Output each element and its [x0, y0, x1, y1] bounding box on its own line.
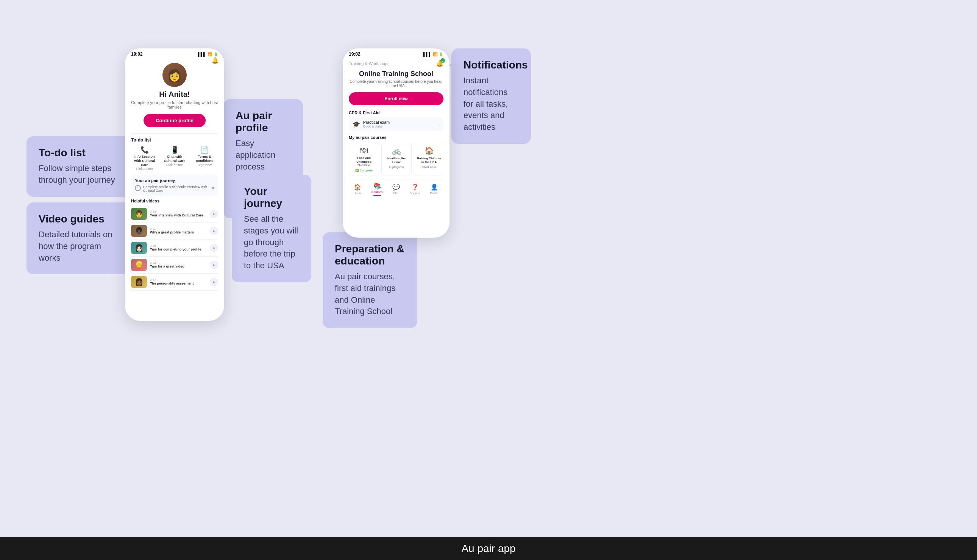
nav-active-indicator: [373, 195, 381, 196]
course-card-health[interactable]: 🚲 Health in the Home In progress: [381, 143, 412, 176]
nav-home[interactable]: 🏠 Home: [354, 183, 362, 195]
your-journey-desc: See all the stages you will go through b…: [244, 213, 299, 272]
cpr-section-title: CPR & First Aid: [349, 110, 443, 115]
nav-support[interactable]: ❓ Support: [410, 183, 420, 195]
video-info-5: 0:47 The personality assesment: [150, 278, 207, 286]
training-title: Online Training School: [349, 70, 443, 78]
phone2-nav-bar: 🏠 Home 📚 Courses 💬 Chat ❓ Support 👤 Prof…: [349, 179, 443, 198]
raising-status[interactable]: Start now: [417, 165, 441, 169]
nav-chat[interactable]: 💬 Chat: [392, 183, 400, 195]
video-info-3: 0:29 Tips for completing your profile: [150, 244, 207, 252]
continue-profile-button[interactable]: Continue profile: [144, 114, 205, 127]
todo-list-title: To-do list: [38, 147, 120, 159]
courses-section: My au pair courses 🍽 Food and Childhood …: [349, 135, 443, 176]
nutrition-name: Food and Childhood Nutrition: [351, 156, 376, 167]
todo-item-info-session[interactable]: 📞 Info Session with Cultural Care Pick a…: [132, 146, 157, 171]
enroll-button[interactable]: Enroll now: [349, 92, 443, 105]
cpr-link[interactable]: Book a class: [363, 125, 390, 128]
video-thumb-1: 👨: [131, 208, 147, 220]
home-nav-icon: 🏠: [354, 183, 361, 191]
phone-1: 19:02 ▌▌▌ 📶 🔋 🔔 👩 Hi Anita! Complete you…: [125, 48, 224, 321]
cpr-item[interactable]: 🎓 Practical exam Book a class ›: [349, 117, 443, 131]
training-subtitle: Complete your training school courses be…: [349, 80, 443, 88]
phone1-journey-title: Your au pair journey: [135, 178, 214, 183]
video-title-2: Why a great profile matters: [150, 230, 207, 235]
video-thumb-4: 👱: [131, 259, 147, 271]
phone1-journey-item[interactable]: 1 Complete profile & schedule interview …: [135, 185, 214, 193]
video-item-5[interactable]: 👩🏾 0:47 The personality assesment ▶: [131, 273, 218, 291]
video-item-2[interactable]: 👨🏿 0:31 Why a great profile matters ▶: [131, 222, 218, 240]
phone1-videos-title: Helpful videos: [131, 198, 218, 203]
todo-item-terms[interactable]: 📄 Terms & conditions Sign now: [192, 146, 217, 171]
video-item-4[interactable]: 👱 0:32 Tips for a great video ▶: [131, 257, 218, 273]
cpr-section: CPR & First Aid 🎓 Practical exam Book a …: [349, 110, 443, 131]
phone2-training-content: Training & Workshops 🔔 2 Online Training…: [343, 60, 449, 198]
video-thumb-5: 👩🏾: [131, 276, 147, 288]
preparation-feature-box: Preparation & education Au pair courses,…: [322, 232, 417, 328]
video-duration-1: 0:35: [150, 210, 207, 213]
au-pair-profile-title: Au pair profile: [235, 110, 291, 134]
phone2-bell-container: 🔔 2: [436, 60, 443, 67]
nav-courses[interactable]: 📚 Courses: [371, 182, 383, 196]
nav-chat-label: Chat: [393, 192, 399, 195]
health-status: In progress: [384, 165, 409, 169]
info-session-icon: 📞: [132, 146, 157, 154]
video-duration-4: 0:32: [150, 261, 207, 265]
raising-icon: 🏠: [417, 146, 441, 155]
journey-item-text: Complete profile & schedule interview wi…: [143, 185, 209, 193]
preparation-desc: Au pair courses, first aid trainings and…: [335, 271, 405, 317]
video-info-1: 0:35 Your interview with Cultural Care: [150, 210, 207, 218]
video-duration-5: 0:47: [150, 278, 207, 282]
training-header-label: Training & Workshops: [349, 61, 390, 66]
phone1-status-bar: 19:02 ▌▌▌ 📶 🔋: [125, 48, 224, 60]
play-button-2[interactable]: ▶: [210, 227, 218, 235]
video-duration-3: 0:29: [150, 244, 207, 247]
phone1-avatar: 👩: [162, 63, 187, 87]
video-item-3[interactable]: 👩🏻 0:29 Tips for completing your profile…: [131, 240, 218, 257]
cpr-icon: 🎓: [352, 121, 360, 128]
phone2-status-bar: 19:02 ▌▌▌ 📶 🔋: [343, 48, 449, 60]
terms-sub: Sign now: [192, 163, 217, 167]
raising-name: Raising Children in the USA: [417, 157, 441, 164]
chat-label: Chat with Cultural Care: [162, 155, 187, 163]
video-thumb-2: 👨🏿: [131, 225, 147, 237]
video-title-1: Your interview with Cultural Care: [150, 213, 207, 218]
nutrition-icon: 🍽: [351, 146, 376, 155]
video-title-3: Tips for completing your profile: [150, 247, 207, 252]
app-title: Au pair app: [461, 543, 515, 555]
expand-chevron-icon[interactable]: ▾: [212, 185, 214, 191]
courses-title: My au pair courses: [349, 135, 443, 140]
notifications-desc: Instant notifications for all tasks, eve…: [464, 75, 519, 133]
video-duration-2: 0:31: [150, 227, 207, 230]
nav-home-label: Home: [354, 192, 362, 195]
video-guides-title: Video guides: [38, 213, 120, 225]
video-info-2: 0:31 Why a great profile matters: [150, 227, 207, 235]
health-icon: 🚲: [384, 146, 409, 155]
play-button-5[interactable]: ▶: [210, 278, 218, 286]
phone1-status-icons: ▌▌▌ 📶 🔋: [198, 52, 218, 57]
play-button-1[interactable]: ▶: [210, 210, 218, 218]
todo-list-feature-box: To-do list Follow simple steps through y…: [27, 136, 132, 197]
phone1-todo-title: To-do list: [131, 137, 218, 143]
course-card-nutrition[interactable]: 🍽 Food and Childhood Nutrition ✅ Complet…: [349, 143, 379, 176]
play-button-3[interactable]: ▶: [210, 244, 218, 252]
chat-nav-icon: 💬: [392, 183, 400, 191]
todo-item-chat[interactable]: 📱 Chat with Cultural Care Pick a time: [162, 146, 187, 171]
bottom-bar: Au pair app: [0, 537, 977, 560]
nutrition-status: ✅ Complete: [351, 169, 376, 172]
phone2-training-header: Training & Workshops 🔔 2: [349, 60, 443, 67]
phone1-journey-section: Your au pair journey 1 Complete profile …: [131, 175, 218, 197]
course-card-raising[interactable]: 🏠 Raising Children in the USA Start now: [414, 143, 443, 176]
preparation-title: Preparation & education: [335, 243, 405, 267]
phone1-time: 19:02: [131, 52, 143, 57]
play-button-4[interactable]: ▶: [210, 261, 218, 269]
video-info-4: 0:32 Tips for a great video: [150, 261, 207, 268]
nav-courses-label: Courses: [371, 190, 383, 194]
phone1-bell-icon[interactable]: 🔔: [211, 57, 219, 64]
nav-profile[interactable]: 👤 Profile: [430, 183, 439, 195]
info-session-sub: Pick a time: [132, 167, 157, 171]
notifications-feature-box: Notifications Instant notifications for …: [451, 48, 531, 144]
video-item-1[interactable]: 👨 0:35 Your interview with Cultural Care…: [131, 205, 218, 222]
phone1-greeting-sub: Complete your profile to start chatting …: [131, 100, 218, 109]
phone1-greeting: Hi Anita!: [131, 90, 218, 99]
